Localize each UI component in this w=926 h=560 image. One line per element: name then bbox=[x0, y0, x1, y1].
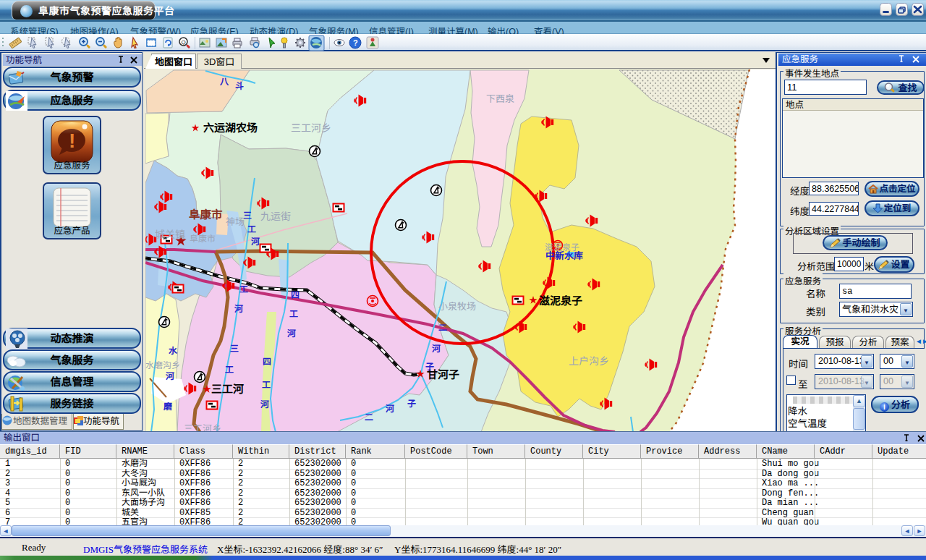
svg-text:?: ? bbox=[353, 38, 358, 47]
svg-text:上户沟乡: 上户沟乡 bbox=[569, 355, 609, 367]
svg-text:小泉牧场: 小泉牧场 bbox=[438, 301, 476, 312]
svg-text:工: 工 bbox=[247, 224, 256, 234]
svg-text:城关镇: 城关镇 bbox=[155, 229, 185, 240]
svg-text:三工河乡: 三工河乡 bbox=[184, 423, 221, 431]
svg-text:河: 河 bbox=[386, 404, 394, 414]
svg-text:河: 河 bbox=[234, 304, 243, 314]
svg-text:河: 河 bbox=[251, 237, 260, 247]
svg-text:中新水库: 中新水库 bbox=[545, 250, 583, 261]
svg-text:二: 二 bbox=[438, 323, 447, 333]
svg-text:河: 河 bbox=[432, 344, 441, 354]
svg-text:河: 河 bbox=[166, 371, 174, 381]
svg-text:六运湖农场: 六运湖农场 bbox=[203, 122, 258, 134]
svg-text:水磨沟乡: 水磨沟乡 bbox=[145, 360, 180, 370]
svg-text:四: 四 bbox=[263, 357, 271, 367]
svg-text:磨: 磨 bbox=[163, 402, 173, 412]
svg-text:工: 工 bbox=[262, 380, 271, 390]
svg-text:三: 三 bbox=[243, 211, 252, 221]
svg-text:斗: 斗 bbox=[235, 81, 244, 91]
svg-text:四: 四 bbox=[291, 290, 300, 300]
svg-text:工: 工 bbox=[289, 309, 298, 319]
svg-text:三: 三 bbox=[230, 344, 239, 354]
svg-text:三工河: 三工河 bbox=[211, 383, 244, 395]
svg-text:九运街: 九运街 bbox=[260, 211, 291, 222]
svg-text:Q: Q bbox=[182, 39, 186, 46]
svg-text:八: 八 bbox=[219, 77, 229, 87]
svg-text:二: 二 bbox=[365, 412, 373, 423]
svg-text:阜康市: 阜康市 bbox=[190, 234, 216, 244]
svg-text:下西泉: 下西泉 bbox=[486, 93, 514, 104]
svg-text:子: 子 bbox=[407, 399, 416, 409]
svg-text:滋泥泉子: 滋泥泉子 bbox=[539, 294, 582, 307]
svg-text:水: 水 bbox=[169, 346, 178, 356]
svg-text:河: 河 bbox=[260, 399, 269, 410]
svg-text:河: 河 bbox=[287, 328, 296, 339]
svg-text:神场: 神场 bbox=[226, 216, 245, 227]
svg-text:子: 子 bbox=[425, 362, 434, 372]
svg-text:工: 工 bbox=[225, 365, 234, 375]
svg-text:三工河乡: 三工河乡 bbox=[291, 122, 331, 134]
svg-text:工: 工 bbox=[239, 284, 248, 294]
svg-text:阜康市: 阜康市 bbox=[189, 208, 223, 221]
